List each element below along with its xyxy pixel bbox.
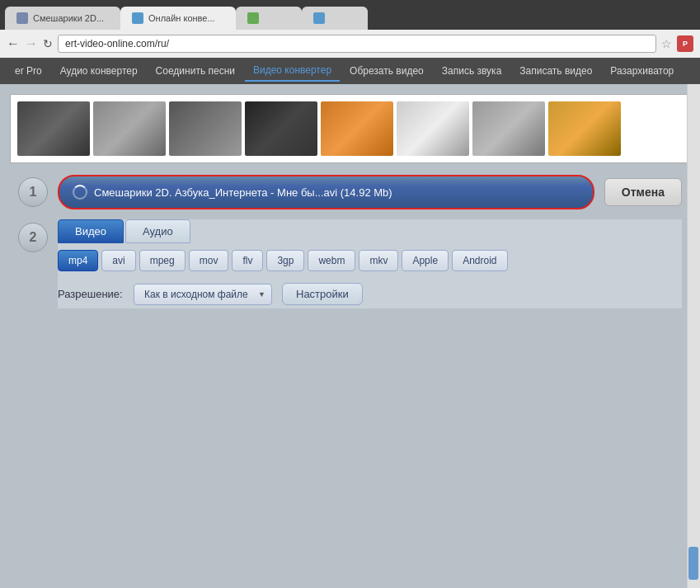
thumbnail-6: [397, 101, 469, 156]
format-btn-webm[interactable]: webm: [308, 250, 355, 271]
resolution-select[interactable]: Как в исходном файле: [134, 284, 272, 305]
file-input-bar[interactable]: Смешарики 2D. Азбука_Интернета - Мне бы.…: [58, 175, 594, 209]
format-btn-android[interactable]: Android: [452, 250, 507, 271]
tab-icon-2: [132, 12, 143, 24]
tab-label-1: Смешарики 2D...: [33, 13, 104, 23]
nav-item-6[interactable]: Записать видео: [511, 61, 600, 81]
tab-2[interactable]: Онлайн конве...: [120, 7, 236, 30]
address-bar-row: ← → ↻ ert-video-online.com/ru/ ☆ P: [0, 30, 700, 58]
format-btn-mkv[interactable]: mkv: [359, 250, 398, 271]
format-tab-video[interactable]: Видео: [58, 219, 124, 243]
forward-icon[interactable]: →: [25, 36, 38, 51]
nav-item-4[interactable]: Обрезать видео: [341, 61, 432, 81]
bookmark-icon[interactable]: ☆: [661, 37, 672, 50]
tab-bar: Смешарики 2D... Онлайн конве...: [0, 0, 700, 30]
address-text: ert-video-online.com/ru/: [65, 38, 169, 49]
main-content: 1 Смешарики 2D. Азбука_Интернета - Мне б…: [0, 84, 700, 588]
thumbnails-row: [10, 94, 690, 163]
tab-4[interactable]: [302, 7, 368, 30]
tab-label-2: Онлайн конве...: [148, 13, 215, 23]
format-btn-apple[interactable]: Apple: [402, 250, 449, 271]
format-tab-audio[interactable]: Аудио: [125, 219, 190, 243]
tab-1[interactable]: Смешарики 2D...: [5, 7, 120, 30]
format-tab-row: Видео Аудио: [58, 219, 682, 243]
back-icon[interactable]: ←: [7, 36, 20, 51]
pocket-icon[interactable]: P: [677, 35, 693, 52]
format-btn-mp4[interactable]: mp4: [58, 250, 98, 271]
refresh-icon[interactable]: ↻: [43, 37, 53, 50]
resolution-row: Разрешение: Как в исходном файле Настрой…: [58, 280, 682, 308]
nav-menu: er Pro Аудио конвертер Соединить песни В…: [0, 58, 700, 84]
format-panel: Видео Аудио mp4 avi mpeg mov flv 3gp web…: [58, 219, 682, 308]
nav-item-1[interactable]: Аудио конвертер: [52, 61, 146, 81]
step1-number: 1: [18, 177, 48, 207]
nav-item-7[interactable]: Разархиватор: [602, 61, 682, 81]
format-btn-3gp[interactable]: 3gp: [266, 250, 304, 271]
step2-row: 2 Видео Аудио mp4 avi mpeg mov flv 3gp w…: [10, 219, 690, 308]
browser-chrome: Смешарики 2D... Онлайн конве... ← → ↻ er…: [0, 0, 700, 58]
address-input[interactable]: ert-video-online.com/ru/: [58, 35, 656, 53]
settings-button[interactable]: Настройки: [282, 283, 363, 305]
scrollbar-thumb[interactable]: [688, 547, 698, 580]
format-btn-avi[interactable]: avi: [101, 250, 135, 271]
cancel-button[interactable]: Отмена: [604, 178, 682, 206]
thumbnail-4: [245, 101, 317, 156]
format-btn-mov[interactable]: mov: [189, 250, 229, 271]
thumbnail-1: [17, 101, 90, 156]
file-label: Смешарики 2D. Азбука_Интернета - Мне бы.…: [94, 186, 392, 199]
step1-row: 1 Смешарики 2D. Азбука_Интернета - Мне б…: [10, 175, 690, 209]
thumbnail-7: [472, 101, 545, 156]
nav-item-2[interactable]: Соединить песни: [148, 61, 243, 81]
scrollbar[interactable]: [687, 84, 700, 588]
step2-number: 2: [18, 223, 48, 252]
loading-icon: [73, 185, 87, 200]
tab-icon-4: [313, 12, 325, 24]
tab-icon-3: [247, 12, 259, 24]
thumbnail-2: [93, 101, 166, 156]
thumbnail-5: [321, 101, 393, 156]
tab-3[interactable]: [236, 7, 302, 30]
format-btn-mpeg[interactable]: mpeg: [139, 250, 186, 271]
thumbnail-3: [169, 101, 242, 156]
nav-item-0[interactable]: er Pro: [7, 61, 50, 81]
resolution-label: Разрешение:: [58, 288, 124, 300]
nav-item-5[interactable]: Запись звука: [434, 61, 510, 81]
thumbnail-8: [548, 101, 621, 156]
nav-item-3[interactable]: Видео конвертер: [245, 60, 340, 82]
format-buttons-row: mp4 avi mpeg mov flv 3gp webm mkv Apple …: [58, 250, 682, 271]
resolution-select-wrapper[interactable]: Как в исходном файле: [134, 284, 272, 305]
format-btn-flv[interactable]: flv: [232, 250, 263, 271]
tab-icon-1: [16, 12, 28, 24]
